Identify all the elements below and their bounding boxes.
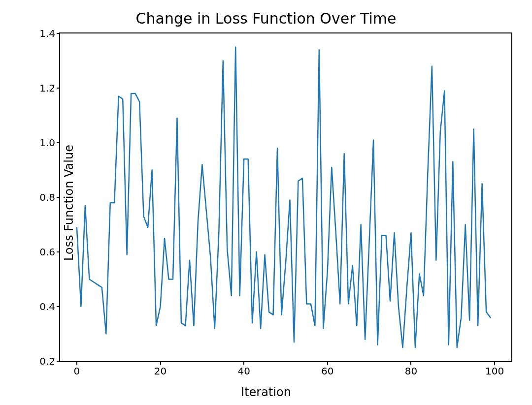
line-series [60,33,511,361]
x-tick-label: 0 [74,365,80,377]
x-tick-label: 40 [237,365,250,377]
y-tick-label: 1.0 [39,137,55,149]
y-tick-label: 1.2 [39,82,55,94]
loss-line-path [77,47,491,348]
y-tick-label: 1.4 [39,28,55,39]
plot-area: 0.20.40.60.81.01.21.4020406080100 [59,32,512,362]
x-tick-mark [410,361,411,365]
y-tick-mark [57,251,60,252]
y-tick-mark [57,33,60,34]
y-tick-mark [57,88,60,89]
y-tick-mark [57,306,60,307]
x-tick-label: 20 [154,365,166,377]
x-tick-mark [494,361,495,365]
y-tick-label: 0.4 [39,301,55,312]
x-tick-label: 60 [321,365,333,377]
y-tick-mark [57,197,60,198]
x-tick-label: 100 [485,365,504,377]
x-tick-mark [243,361,244,365]
y-tick-label: 0.2 [39,355,55,367]
x-tick-label: 80 [405,365,417,377]
y-tick-mark [57,361,60,362]
x-tick-mark [160,361,161,365]
y-tick-label: 0.6 [39,246,55,258]
chart-title: Change in Loss Function Over Time [0,10,532,27]
chart-container: Change in Loss Function Over Time Loss F… [0,0,532,405]
y-tick-label: 0.8 [39,191,55,203]
x-tick-mark [327,361,328,365]
x-axis-label: Iteration [0,385,532,399]
x-tick-mark [76,361,77,365]
y-tick-mark [57,142,60,143]
